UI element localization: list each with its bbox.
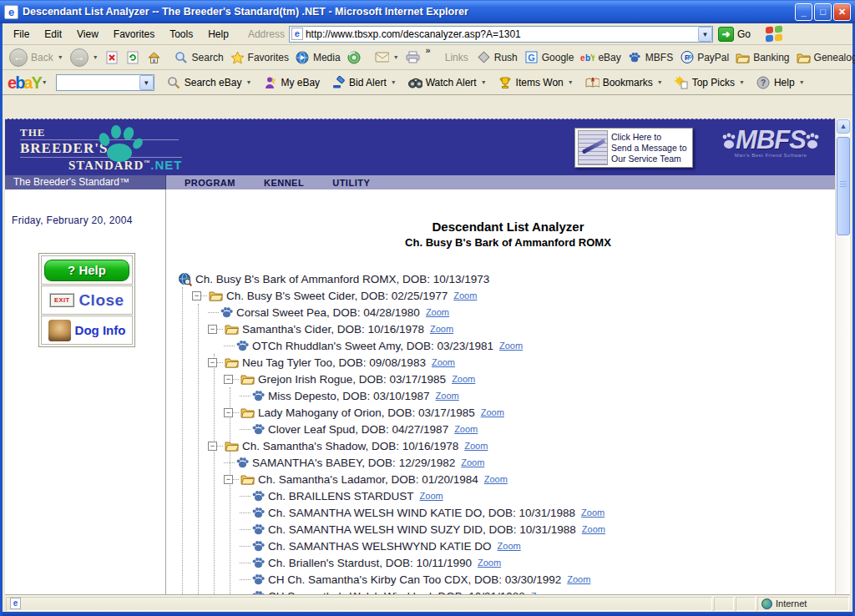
- zoom-link[interactable]: Zoom: [454, 424, 478, 434]
- dropdown-caret-icon[interactable]: ▼: [391, 79, 397, 85]
- link-rush[interactable]: Rush: [473, 48, 521, 66]
- zoom-link[interactable]: Zoom: [499, 341, 523, 351]
- ebay-watch-alert-button[interactable]: Watch Alert▼: [402, 75, 493, 89]
- close-button[interactable]: ✕: [833, 3, 851, 21]
- zoom-link[interactable]: Zoom: [461, 457, 484, 467]
- page-scrollbar[interactable]: ▲ ▼: [835, 119, 850, 616]
- mail-icon: [375, 50, 389, 64]
- back-caret-icon[interactable]: ▼: [58, 54, 63, 60]
- collapse-toggle-icon[interactable]: −: [224, 408, 233, 417]
- menu-favorites[interactable]: Favorites: [106, 25, 162, 43]
- collapse-toggle-icon[interactable]: −: [208, 325, 217, 334]
- collapse-toggle-icon[interactable]: −: [208, 442, 217, 451]
- ebay-logo-caret-icon[interactable]: ▼: [42, 79, 48, 85]
- tree-row: −Grejon Irish Rogue, DOB: 03/17/1985Zoom: [171, 371, 850, 387]
- link-genealogy[interactable]: Genealogy: [793, 48, 855, 66]
- ebay-my-ebay-button[interactable]: My eBay: [257, 75, 326, 89]
- scrollbar-thumb[interactable]: [837, 137, 850, 235]
- zoom-link[interactable]: Zoom: [426, 307, 449, 317]
- menu-tools[interactable]: Tools: [162, 25, 200, 43]
- forward-button[interactable]: → ▼: [67, 47, 102, 68]
- folder-icon: [240, 473, 255, 485]
- go-button[interactable]: ➜ Go: [718, 27, 751, 42]
- mail-button[interactable]: ▼: [372, 48, 402, 66]
- ebay-search-input[interactable]: ▼: [56, 74, 154, 91]
- pen-message-icon: [578, 130, 608, 165]
- close-page-button[interactable]: Close: [78, 291, 124, 310]
- dropdown-caret-icon[interactable]: ▼: [739, 79, 745, 85]
- address-label: Address: [248, 28, 285, 40]
- history-button[interactable]: [344, 48, 365, 66]
- minimize-button[interactable]: _: [795, 3, 812, 21]
- zoom-link[interactable]: Zoom: [430, 324, 453, 334]
- help-button[interactable]: ? Help: [44, 260, 129, 281]
- dropdown-caret-icon[interactable]: ▼: [799, 79, 805, 85]
- ebay-items-won-button[interactable]: Items Won▼: [493, 75, 579, 89]
- zoom-link[interactable]: Zoom: [420, 491, 443, 501]
- collapse-toggle-icon[interactable]: −: [224, 375, 233, 384]
- ebay-logo[interactable]: ebaY: [8, 74, 41, 91]
- maximize-button[interactable]: □: [814, 3, 832, 21]
- page-title: Descendant List Analyzer: [166, 220, 850, 234]
- link-mbfs[interactable]: MBFS: [625, 48, 676, 66]
- link-ebay[interactable]: ebYeBay: [577, 48, 624, 66]
- nav-link-kennel[interactable]: KENNEL: [264, 178, 304, 188]
- tree-row: CH Ch. Samantha's Kirby Can Too CDX, DOB…: [171, 571, 850, 588]
- link-google[interactable]: GGoogle: [521, 48, 578, 66]
- ebay-search-ebay-button[interactable]: Search eBay▼: [161, 75, 258, 89]
- ebay-top-picks-button[interactable]: Top Picks▼: [669, 75, 751, 89]
- collapse-toggle-icon[interactable]: −: [192, 291, 201, 300]
- mail-caret-icon[interactable]: ▼: [393, 54, 399, 60]
- nav-tab-breeders-standard[interactable]: The Breeder's Standard™: [5, 175, 166, 189]
- link-paypal[interactable]: PPPayPal: [676, 48, 732, 66]
- back-button[interactable]: ← Back ▼: [6, 47, 67, 68]
- zoom-link[interactable]: Zoom: [498, 541, 521, 551]
- forward-caret-icon[interactable]: ▼: [93, 54, 99, 60]
- zoom-link[interactable]: Zoom: [452, 374, 475, 384]
- ebay-search-dropdown-icon[interactable]: ▼: [139, 75, 154, 90]
- refresh-button[interactable]: [123, 48, 144, 66]
- scroll-up-icon[interactable]: ▲: [837, 119, 850, 134]
- print-button[interactable]: [402, 48, 423, 66]
- zoom-link[interactable]: Zoom: [464, 441, 488, 451]
- menu-help[interactable]: Help: [200, 25, 236, 43]
- menu-file[interactable]: File: [6, 25, 37, 43]
- zoom-link[interactable]: Zoom: [478, 558, 501, 568]
- toolbar-overflow-icon[interactable]: »: [426, 45, 431, 55]
- menu-view[interactable]: View: [69, 25, 106, 43]
- home-button[interactable]: [144, 48, 164, 66]
- collapse-toggle-icon[interactable]: −: [208, 358, 217, 367]
- search-button[interactable]: Search: [171, 48, 227, 66]
- address-dropdown-icon[interactable]: ▼: [698, 27, 712, 42]
- ebay-bookmarks-button[interactable]: Bookmarks▼: [579, 75, 669, 89]
- zoom-link[interactable]: Zoom: [582, 524, 605, 534]
- dropdown-caret-icon[interactable]: ▼: [568, 79, 574, 85]
- dropdown-caret-icon[interactable]: ▼: [481, 79, 487, 85]
- zoom-link[interactable]: Zoom: [432, 357, 455, 367]
- collapse-toggle-icon[interactable]: −: [224, 475, 233, 484]
- stop-button[interactable]: [102, 48, 123, 66]
- link-banking[interactable]: Banking: [732, 48, 792, 66]
- favorites-button[interactable]: Favorites: [227, 48, 292, 66]
- zoom-link[interactable]: Zoom: [484, 474, 508, 484]
- menu-edit[interactable]: Edit: [37, 25, 69, 43]
- zoom-link[interactable]: Zoom: [453, 290, 477, 300]
- ebay-bid-alert-button[interactable]: Bid Alert▼: [326, 75, 402, 89]
- address-bar[interactable]: e http://www.tbsxp.com/descanalyzer.asp?…: [289, 26, 713, 43]
- address-value[interactable]: http://www.tbsxp.com/descanalyzer.asp?A=…: [306, 28, 698, 40]
- zoom-link[interactable]: Zoom: [567, 574, 590, 584]
- zoom-link[interactable]: Zoom: [436, 391, 459, 401]
- service-message-button[interactable]: Click Here to Send a Message to Our Serv…: [574, 128, 693, 168]
- folder-icon: [240, 406, 255, 418]
- dog-info-button[interactable]: Dog Info: [75, 323, 126, 337]
- zoom-link[interactable]: Zoom: [581, 507, 605, 518]
- ebay-help-button[interactable]: ?Help▼: [751, 75, 811, 89]
- dropdown-caret-icon[interactable]: ▼: [657, 79, 663, 85]
- svg-text:?: ?: [761, 78, 766, 88]
- zoom-link[interactable]: Zoom: [481, 407, 504, 417]
- page-icon: e: [291, 28, 303, 40]
- nav-link-utility[interactable]: UTILITY: [332, 178, 370, 188]
- dropdown-caret-icon[interactable]: ▼: [245, 79, 251, 85]
- media-button[interactable]: Media: [292, 48, 344, 66]
- nav-link-program[interactable]: PROGRAM: [185, 178, 235, 188]
